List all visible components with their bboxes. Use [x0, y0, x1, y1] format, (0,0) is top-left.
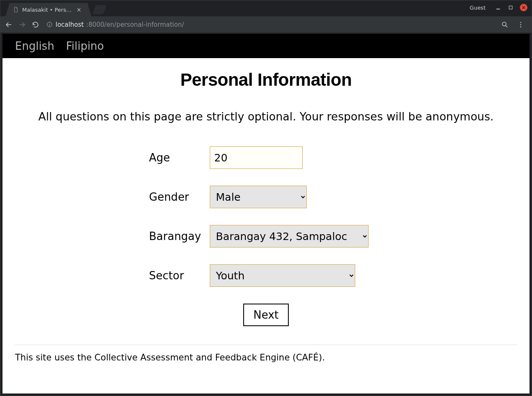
sector-label: Sector — [149, 269, 210, 282]
window-maximize-icon[interactable] — [507, 4, 514, 11]
svg-point-11 — [520, 26, 521, 27]
nav-english[interactable]: English — [15, 40, 54, 52]
tab-close-icon[interactable]: × — [76, 7, 81, 13]
page-title: Personal Information — [15, 70, 517, 90]
back-button[interactable] — [4, 20, 14, 30]
personal-info-form: Age Gender Male Barangay Barangay 432, S… — [149, 146, 383, 326]
page-subtitle: All questions on this page are strictly … — [15, 110, 517, 123]
menu-icon[interactable] — [516, 20, 526, 30]
window-controls: Guest × — [470, 4, 527, 11]
zoom-icon[interactable] — [500, 20, 510, 30]
divider — [15, 345, 517, 345]
age-label: Age — [149, 151, 210, 164]
new-tab-button[interactable] — [92, 5, 107, 14]
barangay-label: Barangay — [149, 230, 210, 243]
footer-note: This site uses the Collective Assessment… — [15, 353, 517, 375]
tab-title: Malasakit • Persona — [22, 7, 72, 13]
url-host: localhost — [56, 21, 84, 28]
page-viewport: English Filipino Personal Information Al… — [3, 34, 529, 393]
address-bar[interactable]: localhost:8000/en/personal-information/ — [44, 19, 493, 31]
svg-point-7 — [502, 22, 506, 26]
guest-label[interactable]: Guest — [470, 5, 486, 11]
info-icon[interactable] — [46, 21, 53, 28]
svg-rect-1 — [509, 6, 512, 9]
svg-point-6 — [49, 23, 50, 23]
window-close-icon[interactable]: × — [520, 4, 527, 11]
gender-select[interactable]: Male — [210, 186, 307, 208]
svg-point-9 — [520, 22, 521, 23]
reload-button[interactable] — [31, 20, 41, 30]
svg-point-10 — [520, 24, 521, 25]
gender-label: Gender — [149, 191, 210, 203]
next-button[interactable]: Next — [243, 304, 289, 326]
sector-select[interactable]: Youth — [210, 264, 355, 287]
browser-toolbar: localhost:8000/en/personal-information/ — [0, 16, 532, 33]
tab-strip: Malasakit • Persona × Guest × — [0, 0, 532, 16]
nav-filipino[interactable]: Filipino — [66, 40, 104, 52]
file-icon — [13, 7, 19, 13]
barangay-select[interactable]: Barangay 432, Sampaloc — [210, 225, 369, 248]
url-path: :8000/en/personal-information/ — [86, 21, 184, 28]
browser-window: Malasakit • Persona × Guest × — [0, 0, 532, 396]
age-input[interactable] — [210, 146, 303, 169]
svg-line-8 — [506, 26, 507, 27]
site-nav: English Filipino — [3, 34, 529, 58]
browser-tab[interactable]: Malasakit • Persona × — [9, 3, 88, 16]
forward-button[interactable] — [17, 20, 27, 30]
window-minimize-icon[interactable] — [495, 4, 501, 11]
